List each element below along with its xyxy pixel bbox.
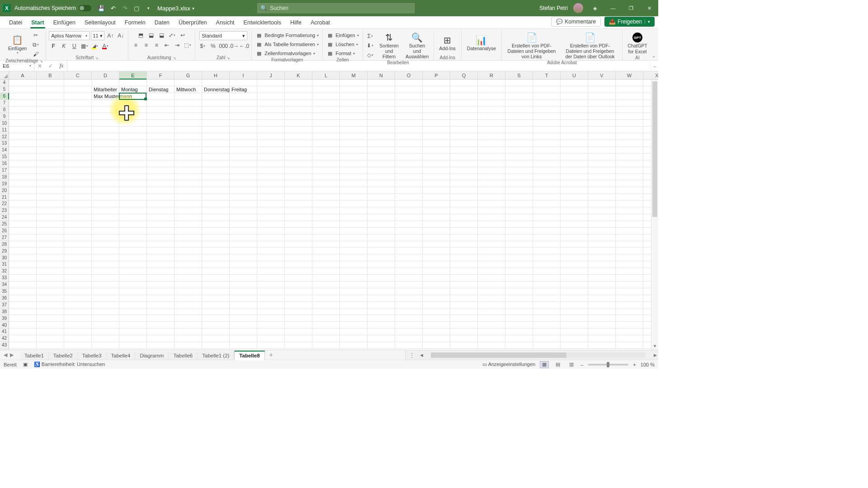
align-top-icon[interactable]: ⬒: [137, 31, 146, 39]
fill-icon[interactable]: ⬇: [366, 42, 375, 50]
fx-icon[interactable]: fx: [56, 62, 67, 69]
row-header[interactable]: 33: [0, 275, 9, 282]
sheet-tab[interactable]: Tabelle1 (2): [198, 352, 234, 360]
underline-icon[interactable]: U: [70, 42, 79, 50]
collapse-ribbon-icon[interactable]: ⌄: [652, 53, 656, 58]
column-header[interactable]: H: [202, 71, 230, 79]
dialog-launcher-icon[interactable]: ↘: [95, 56, 99, 60]
column-header[interactable]: O: [395, 71, 423, 79]
cut-icon[interactable]: ✂: [31, 31, 40, 39]
dialog-launcher-icon[interactable]: ↘: [39, 59, 43, 63]
column-header[interactable]: K: [285, 71, 312, 79]
sheet-tab[interactable]: Tabelle2: [49, 352, 78, 360]
align-middle-icon[interactable]: ⬓: [147, 31, 156, 39]
zoom-level[interactable]: 100 %: [641, 362, 655, 367]
cells-area[interactable]: MitarbeiterMontagDienstagMittwochDonners…: [9, 80, 658, 356]
row-header[interactable]: 29: [0, 248, 9, 254]
display-settings-button[interactable]: ▭ Anzeigeeinstellungen: [482, 361, 535, 367]
row-header[interactable]: 17: [0, 167, 9, 174]
sheet-tab[interactable]: Tabelle3: [78, 352, 107, 360]
data-analysis-button[interactable]: 📊Datenanalyse: [464, 34, 499, 52]
column-header[interactable]: T: [533, 71, 561, 79]
row-header[interactable]: 28: [0, 241, 9, 248]
row-header[interactable]: 19: [0, 180, 9, 187]
column-header[interactable]: B: [37, 71, 64, 79]
column-header[interactable]: J: [257, 71, 285, 79]
row-header[interactable]: 11: [0, 127, 9, 133]
column-header[interactable]: F: [147, 71, 175, 79]
cell-styles-button[interactable]: ▦Zellenformatvorlagen▾: [255, 49, 316, 57]
ribbon-tab-datei[interactable]: Datei: [5, 17, 27, 28]
ribbon-tab-formeln[interactable]: Formeln: [120, 17, 150, 28]
clear-icon[interactable]: ◇: [366, 51, 375, 59]
zoom-in-icon[interactable]: +: [633, 362, 636, 367]
vertical-scrollbar[interactable]: ▲ ▼: [651, 80, 658, 350]
ribbon-tab-hilfe[interactable]: Hilfe: [286, 17, 306, 28]
column-header[interactable]: V: [588, 71, 616, 79]
row-header[interactable]: 7: [0, 100, 9, 107]
row-header[interactable]: 27: [0, 234, 9, 241]
filename[interactable]: Mappe3.xlsx ▾: [157, 5, 194, 12]
decrease-indent-icon[interactable]: ⇤: [162, 41, 171, 49]
row-header[interactable]: 9: [0, 113, 9, 120]
column-header[interactable]: R: [478, 71, 505, 79]
cell[interactable]: Mitarbeiter: [93, 86, 118, 93]
delete-cells-button[interactable]: ▦Löschen▾: [326, 40, 359, 48]
conditional-formatting-button[interactable]: ▦Bedingte Formatierung▾: [255, 31, 320, 39]
column-header[interactable]: W: [616, 71, 643, 79]
toggle-switch-icon[interactable]: [79, 5, 91, 11]
avatar[interactable]: [573, 3, 583, 13]
row-header[interactable]: 41: [0, 328, 9, 335]
save-icon[interactable]: 💾: [98, 5, 105, 12]
increase-font-icon[interactable]: A↑: [106, 32, 115, 40]
sheet-nav-prev-icon[interactable]: ◀: [4, 352, 7, 358]
sheet-nav-next-icon[interactable]: ▶: [10, 352, 14, 358]
paste-button[interactable]: 📋 Einfügen ▾: [5, 34, 29, 56]
add-sheet-button[interactable]: +: [265, 350, 278, 360]
currency-icon[interactable]: $: [198, 42, 207, 50]
accessibility-status[interactable]: ♿ Barrierefreiheit: Untersuchen: [34, 361, 105, 367]
row-header[interactable]: 14: [0, 147, 9, 154]
expand-formula-bar-icon[interactable]: ⌄: [650, 61, 658, 71]
orientation-icon[interactable]: ⤢: [168, 31, 177, 39]
wrap-text-icon[interactable]: ↩: [178, 31, 187, 39]
column-header[interactable]: C: [64, 71, 92, 79]
pdf-share-outlook-button[interactable]: 📄Erstellen von PDF-Dateien und Freigeben…: [561, 31, 619, 60]
italic-icon[interactable]: K: [59, 42, 68, 50]
align-bottom-icon[interactable]: ⬓: [157, 31, 166, 39]
column-header[interactable]: D: [92, 71, 119, 79]
row-header[interactable]: 32: [0, 268, 9, 275]
bold-icon[interactable]: F: [49, 42, 58, 50]
format-cells-button[interactable]: ▦Format▾: [326, 49, 356, 57]
percent-icon[interactable]: %: [208, 42, 217, 50]
cell[interactable]: Freitag: [231, 86, 248, 93]
ribbon-tab-einfügen[interactable]: Einfügen: [49, 17, 80, 28]
find-select-button[interactable]: 🔍Suchen und Auswählen: [404, 31, 431, 60]
align-center-icon[interactable]: ≡: [142, 41, 151, 49]
normal-view-icon[interactable]: ▦: [540, 361, 549, 368]
column-header[interactable]: E: [119, 71, 147, 79]
horizontal-scrollbar[interactable]: ⋮ ◀ ▶: [405, 350, 658, 360]
dialog-launcher-icon[interactable]: ↘: [226, 56, 230, 60]
username[interactable]: Stefan Petri: [539, 5, 568, 11]
row-header[interactable]: 39: [0, 315, 9, 322]
decrease-font-icon[interactable]: A↓: [116, 32, 125, 40]
scroll-thumb[interactable]: [652, 81, 657, 217]
search-input[interactable]: [270, 5, 411, 11]
autosave-toggle[interactable]: Automatisches Speichern: [14, 5, 91, 11]
row-header[interactable]: 40: [0, 322, 9, 328]
ribbon-tab-start[interactable]: Start: [27, 17, 48, 28]
row-header[interactable]: 31: [0, 261, 9, 268]
redo-icon[interactable]: ↷: [121, 5, 128, 12]
share-button[interactable]: 📤 Freigeben▾: [604, 17, 655, 27]
autosum-icon[interactable]: Σ: [366, 32, 375, 40]
zoom-slider[interactable]: [588, 364, 628, 366]
scroll-right-icon[interactable]: ▶: [652, 353, 658, 357]
row-header[interactable]: 26: [0, 228, 9, 235]
ribbon-tab-entwicklertools[interactable]: Entwicklertools: [239, 17, 286, 28]
row-header[interactable]: 13: [0, 140, 9, 147]
chatgpt-button[interactable]: GPTChatGPT for Excel: [625, 31, 650, 55]
font-name-combo[interactable]: Aptos Narrow▾: [49, 31, 90, 40]
align-right-icon[interactable]: ≡: [152, 41, 161, 49]
column-header[interactable]: I: [230, 71, 257, 79]
